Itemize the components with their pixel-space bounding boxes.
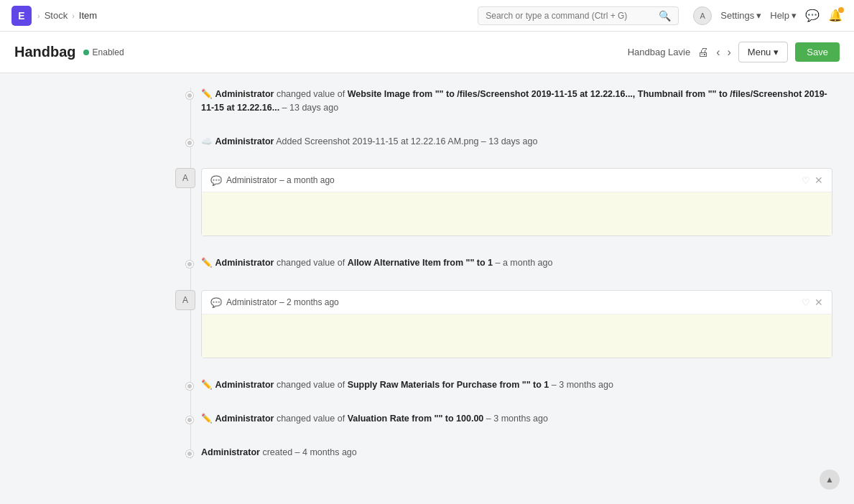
timeline-dot [186,139,193,146]
timeline-dot [186,383,193,390]
timeline-item: ☁️ Administrator Added Screenshot 2019-1… [201,135,832,149]
breadcrumb: › Stock › Item [37,10,97,21]
timeline-dot [186,92,193,99]
timeline-item: ✏️ Administrator changed value of Allow … [201,256,832,270]
next-button[interactable]: › [728,46,731,59]
notification-button[interactable]: 🔔 [828,9,843,22]
menu-button[interactable]: Menu ▾ [738,42,789,62]
breadcrumb-chevron-1: › [37,11,40,20]
close-comment-button[interactable]: ✕ [814,297,823,308]
scroll-to-top-button[interactable]: ▲ [820,470,840,490]
save-button[interactable]: Save [795,42,840,62]
timeline-entry-6: ✏️ Administrator changed value of Supply… [201,378,832,392]
edit-icon: ✏️ [201,380,213,390]
comment-body [202,192,832,235]
print-button[interactable]: 🖨 [697,46,709,59]
timeline-item: Administrator created – 4 months ago [201,446,832,459]
settings-button[interactable]: Settings ▾ [720,10,761,21]
timeline-item: A 💬 Administrator – 2 months ago ♡ ✕ [201,290,832,358]
comment-icon: 💬 [210,297,222,308]
timeline-entry-7: ✏️ Administrator changed value of Valuat… [201,412,832,426]
breadcrumb-stock[interactable]: Stock [45,10,68,21]
menu-chevron-icon: ▾ [774,47,779,57]
page-header: Handbag Enabled Handbag Lavie 🖨 ‹ › Menu… [0,32,854,73]
entry-author: Administrator [201,447,260,457]
entry-author: Administrator [215,89,274,99]
notification-dot [838,7,844,13]
comment-author: Administrator – 2 months ago [226,297,339,307]
upload-icon: ☁️ [201,136,213,146]
entry-field: Supply Raw Materials for Purchase from "… [348,380,549,390]
navbar: E › Stock › Item 🔍 A Settings ▾ Help ▾ 💬… [0,0,854,32]
avatar: A [175,290,195,310]
entry-author: Administrator [215,258,274,268]
search-bar[interactable]: 🔍 [478,6,679,25]
timeline-entry-8: Administrator created – 4 months ago [201,446,832,459]
entry-author: Administrator [215,380,274,390]
avatar: A [175,168,195,188]
like-button[interactable]: ♡ [802,297,810,308]
comment-icon: 💬 [210,175,222,186]
comment-header: 💬 Administrator – 2 months ago ♡ ✕ [202,291,832,314]
timeline-dot [186,416,193,424]
handbag-lavie-link[interactable]: Handbag Lavie [628,47,690,57]
timeline-entry-2: ☁️ Administrator Added Screenshot 2019-1… [201,135,832,149]
edit-icon: ✏️ [201,414,213,424]
settings-chevron-icon: ▾ [756,10,761,21]
edit-icon: ✏️ [201,258,213,268]
search-input[interactable] [486,11,654,21]
search-icon: 🔍 [659,10,671,22]
content-area: ✏️ Administrator changed value of Websit… [0,73,854,504]
timeline-item: ✏️ Administrator changed value of Supply… [201,378,832,392]
timeline-item: ✏️ Administrator changed value of Valuat… [201,412,832,426]
comment-card: 💬 Administrator – 2 months ago ♡ ✕ [201,290,832,358]
comment-header: 💬 Administrator – a month ago ♡ ✕ [202,169,832,192]
entry-field: Allow Alternative Item from "" to 1 [348,258,493,268]
page-title: Handbag [14,44,76,60]
app-logo: E [11,6,32,26]
help-button[interactable]: Help ▾ [770,10,797,21]
breadcrumb-item: Item [79,10,97,21]
timeline-item: ✏️ Administrator changed value of Websit… [201,88,832,115]
close-comment-button[interactable]: ✕ [814,174,823,186]
timeline-entry-4: ✏️ Administrator changed value of Allow … [201,256,832,270]
like-button[interactable]: ♡ [802,175,810,186]
entry-field: Valuation Rate from "" to 100.00 [348,414,484,424]
timeline-dot [186,450,193,457]
entry-author: Administrator [215,136,274,146]
avatar: A [693,6,712,25]
comment-author: Administrator – a month ago [226,175,335,185]
prev-button[interactable]: ‹ [716,46,720,59]
status-badge: Enabled [83,47,124,57]
status-label: Enabled [93,47,124,57]
chat-icon-button[interactable]: 💬 [805,9,820,22]
timeline-entry-1: ✏️ Administrator changed value of Websit… [201,88,832,115]
header-actions: Handbag Lavie 🖨 ‹ › Menu ▾ Save [628,42,840,62]
comment-body [202,314,832,358]
edit-icon: ✏️ [201,89,213,99]
status-dot [83,50,89,55]
help-chevron-icon: ▾ [792,10,797,21]
timeline-item: A 💬 Administrator – a month ago ♡ ✕ [201,168,832,236]
breadcrumb-chevron-2: › [72,11,75,20]
timeline: ✏️ Administrator changed value of Websit… [0,88,854,459]
comment-card: 💬 Administrator – a month ago ♡ ✕ [201,168,832,236]
timeline-dot [186,261,193,268]
nav-actions: A Settings ▾ Help ▾ 💬 🔔 [693,6,843,25]
entry-author: Administrator [215,414,274,424]
